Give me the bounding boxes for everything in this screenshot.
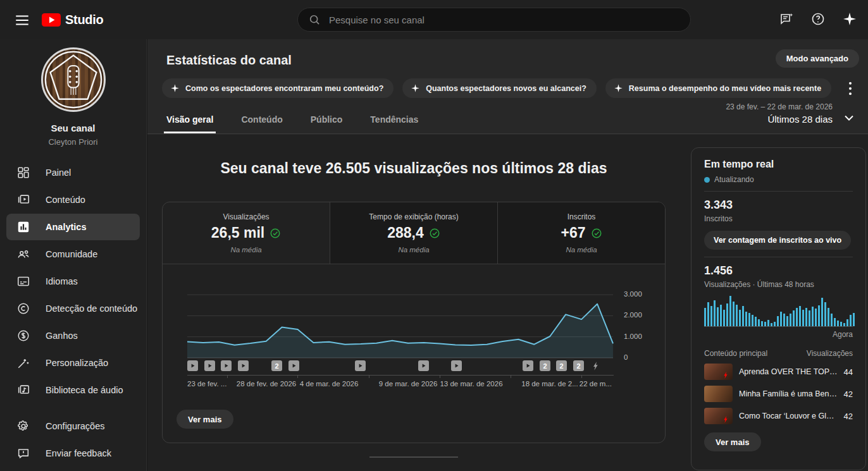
metric-benchmark: Na média [498,246,665,254]
sparkle-icon [411,83,420,93]
search-bar[interactable] [297,8,691,32]
realtime-bar [771,323,772,326]
youtube-studio-app: Studio [0,0,868,471]
sidebar-item-painel[interactable]: Painel [6,159,140,186]
tab-público[interactable]: Público [311,106,343,133]
multi-video-marker[interactable]: 2 [573,360,584,371]
video-published-marker[interactable] [355,360,366,371]
metric-benchmark: Na média [163,246,330,254]
video-published-marker[interactable] [204,360,215,371]
chevron-down-icon[interactable] [841,110,857,125]
realtime-bar [850,315,852,326]
realtime-bar [828,308,829,326]
sidebar-item-analytics[interactable]: Analytics [6,214,140,240]
sidebar-item-enviar-feedback[interactable]: Enviar feedback [6,440,140,467]
realtime-bar [780,312,782,326]
video-published-marker[interactable] [288,360,299,371]
help-icon[interactable] [810,11,826,28]
realtime-bar [736,305,738,326]
video-published-marker[interactable] [523,360,533,371]
metric-tabs: Visualizações26,5 milNa médiaTempo de ex… [163,202,665,264]
sidebar-nav: PainelConteúdoAnalyticsComunidadeIdiomas… [0,159,146,403]
ai-sparkle-icon[interactable] [841,11,858,28]
sidebar-item-idiomas[interactable]: Idiomas [6,268,140,295]
studio-logo[interactable]: Studio [42,13,103,27]
shorts-published-marker[interactable] [590,360,601,371]
metric-value-text: +67 [561,224,585,242]
multi-video-marker[interactable]: 2 [556,360,567,371]
sidebar-item-label: Ganhos [46,331,78,341]
analytics-header: Estatísticas do canal Modo avançado Como… [147,39,868,134]
video-published-marker[interactable] [238,360,249,371]
realtime-bar [824,302,826,326]
realtime-bar [818,305,820,326]
customization-icon [16,356,30,370]
suggestion-chip-1[interactable]: Como os espectadores encontraram meu con… [162,78,394,98]
realtime-bar [796,308,798,326]
top-content-item[interactable]: Aprenda OVER THE TOP de …44 [704,364,853,380]
realtime-bar [799,306,801,326]
menu-icon[interactable] [14,12,30,27]
y-axis-tick-label: 3.000 [624,290,642,298]
search-icon [308,13,321,26]
tab-visão-geral[interactable]: Visão geral [166,106,213,133]
sidebar-item-biblioteca-de-audio[interactable]: Biblioteca de áudio [6,377,140,403]
more-options-icon[interactable] [841,80,859,97]
video-title: Aprenda OVER THE TOP de … [739,367,838,376]
realtime-views-label: Visualizações · Últimas 48 horas [704,280,853,289]
shorts-badge-icon [722,370,730,379]
advanced-mode-button[interactable]: Modo avançado [776,49,859,68]
top-content-item[interactable]: Minha Família é uma Bençã…42 [704,386,853,402]
x-axis-tick-label: 9 de mar. de 2026 [379,380,438,388]
feedback-announce-icon[interactable] [778,11,795,28]
x-axis-tick-label: 4 de mar. de 2026 [300,380,359,388]
sidebar-item-configuracoes[interactable]: Configurações [6,413,140,439]
multi-video-marker[interactable]: 2 [271,360,282,371]
chip-label: Quantos espectadores novos eu alcancei? [426,84,586,93]
realtime-bar-chart [704,295,853,327]
x-axis-tick [581,375,582,378]
date-range-picker[interactable]: 23 de fev. – 22 de mar. de 2026 Últimos … [726,102,833,125]
divider [704,191,853,192]
tab-conteúdo[interactable]: Conteúdo [241,106,282,133]
copyright-icon [16,302,30,315]
sidebar-item-personalizacao[interactable]: Personalização [6,350,140,376]
sidebar-item-comunidade[interactable]: Comunidade [6,241,140,267]
x-axis-tick-label: 22 de m... [580,380,612,388]
sidebar-item-deteccao-de-conteudo[interactable]: Detecção de conteúdo [6,295,140,322]
views-column-label: Visualizações [807,349,853,358]
sidebar-item-label: Biblioteca de áudio [46,385,123,395]
realtime-bar [840,322,842,326]
metric-tab-tempo[interactable]: Tempo de exibição (horas)288,4Na média [330,202,498,264]
channel-avatar[interactable] [41,47,106,112]
video-published-marker[interactable] [418,360,429,371]
video-published-marker[interactable] [451,360,462,371]
live-subscriber-count-button[interactable]: Ver contagem de inscritos ao vivo [704,231,851,250]
suggestion-chip-2[interactable]: Quantos espectadores novos eu alcancei? [402,78,597,98]
sidebar-item-ganhos[interactable]: Ganhos [6,322,140,349]
dashboard-icon [16,166,30,180]
guitar-headstock-icon [43,49,104,110]
sidebar-item-label: Conteúdo [46,195,85,205]
analytics-icon [16,220,30,234]
suggestion-chip-3[interactable]: Resuma o desempenho do meu vídeo mais re… [605,78,831,98]
realtime-see-more-button[interactable]: Ver mais [704,432,761,451]
see-more-button[interactable]: Ver mais [177,410,233,429]
analytics-tabs: Visão geralConteúdoPúblicoTendências [166,106,418,133]
realtime-title: Em tempo real [704,159,853,170]
realtime-bar [831,314,833,326]
video-published-marker[interactable] [221,360,232,371]
realtime-bar [755,317,757,326]
page-title: Estatísticas do canal [166,53,292,68]
video-published-marker[interactable] [187,360,198,371]
realtime-bar [720,305,722,326]
top-content-item[interactable]: Como Tocar ‘Louvor e Glória…42 [704,408,853,424]
search-input[interactable] [329,15,680,25]
sidebar-item-conteudo[interactable]: Conteúdo [6,187,140,213]
analytics-content: Seu canal teve 26.505 visualizações nos … [147,135,868,471]
sidebar: Seu canal Cleyton Priori PainelConteúdoA… [0,39,147,471]
metric-tab-visualizações[interactable]: Visualizações26,5 milNa média [163,202,330,264]
tab-tendências[interactable]: Tendências [370,106,418,133]
multi-video-marker[interactable]: 2 [540,360,550,371]
metric-tab-inscritos[interactable]: Inscritos+67Na média [498,202,665,264]
